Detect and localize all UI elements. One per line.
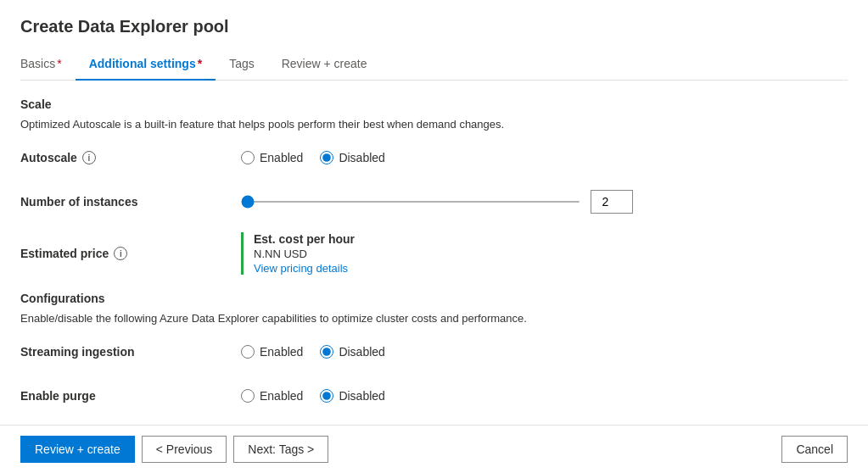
streaming-enabled-label: Enabled xyxy=(260,345,303,359)
configurations-section-title: Configurations xyxy=(20,292,848,305)
purge-enabled-label: Enabled xyxy=(260,389,303,403)
purge-enabled-radio[interactable] xyxy=(241,389,255,403)
autoscale-enabled-radio[interactable] xyxy=(241,151,255,164)
streaming-ingestion-radio-group: Enabled Disabled xyxy=(241,345,385,359)
enable-purge-radio-group: Enabled Disabled xyxy=(241,389,385,403)
price-section: Est. cost per hour N.NN USD View pricing… xyxy=(241,232,355,275)
purge-disabled-radio[interactable] xyxy=(320,389,333,403)
autoscale-info-icon[interactable]: i xyxy=(82,151,96,164)
scale-description: Optimized Autoscale is a built-in featur… xyxy=(20,118,848,131)
autoscale-radio-group: Enabled Disabled xyxy=(241,151,385,164)
est-cost-label: Est. cost per hour xyxy=(254,232,355,246)
autoscale-row: Autoscale i Enabled Disabled xyxy=(20,144,848,171)
instances-slider[interactable] xyxy=(241,201,580,203)
purge-enabled-option[interactable]: Enabled xyxy=(241,389,303,403)
enable-purge-row: Enable purge Enabled Disabled xyxy=(20,382,848,409)
autoscale-label: Autoscale i xyxy=(20,151,241,164)
tab-tags[interactable]: Tags xyxy=(216,50,268,81)
tab-review-create[interactable]: Review + create xyxy=(268,50,381,81)
previous-button[interactable]: < Previous xyxy=(142,436,227,463)
autoscale-disabled-radio[interactable] xyxy=(320,151,333,164)
streaming-disabled-radio[interactable] xyxy=(320,345,333,359)
autoscale-enabled-option[interactable]: Enabled xyxy=(241,151,303,164)
instances-number-input[interactable]: 2 xyxy=(591,190,633,214)
instances-label: Number of instances xyxy=(20,195,241,209)
price-box: Est. cost per hour N.NN USD View pricing… xyxy=(241,232,355,275)
scale-section-title: Scale xyxy=(20,97,848,111)
est-cost-value: N.NN USD xyxy=(254,248,355,260)
footer-left-buttons: Review + create < Previous Next: Tags > xyxy=(20,436,328,463)
tab-basics[interactable]: Basics* xyxy=(20,50,76,81)
streaming-ingestion-label: Streaming ingestion xyxy=(20,345,241,359)
estimated-price-info-icon[interactable]: i xyxy=(114,247,127,260)
streaming-disabled-option[interactable]: Disabled xyxy=(320,345,384,359)
streaming-enabled-radio[interactable] xyxy=(241,345,255,359)
purge-disabled-option[interactable]: Disabled xyxy=(320,389,384,403)
autoscale-enabled-label: Enabled xyxy=(260,151,303,164)
footer: Review + create < Previous Next: Tags > … xyxy=(0,425,868,473)
tabs-nav: Basics* Additional settings* Tags Review… xyxy=(20,50,848,81)
next-button[interactable]: Next: Tags > xyxy=(233,436,328,463)
streaming-ingestion-row: Streaming ingestion Enabled Disabled xyxy=(20,338,848,365)
autoscale-disabled-label: Disabled xyxy=(339,151,384,164)
streaming-disabled-label: Disabled xyxy=(339,345,384,359)
review-create-button[interactable]: Review + create xyxy=(20,436,135,463)
estimated-price-label: Estimated price i xyxy=(20,247,241,260)
enable-purge-label: Enable purge xyxy=(20,389,241,403)
purge-disabled-label: Disabled xyxy=(339,389,384,403)
instances-row: Number of instances 2 xyxy=(20,188,848,215)
main-content: Scale Optimized Autoscale is a built-in … xyxy=(20,97,848,425)
cancel-button[interactable]: Cancel xyxy=(781,436,848,463)
page-title: Create Data Explorer pool xyxy=(20,17,848,36)
streaming-enabled-option[interactable]: Enabled xyxy=(241,345,303,359)
view-pricing-link[interactable]: View pricing details xyxy=(254,262,355,275)
tab-additional-settings[interactable]: Additional settings* xyxy=(76,50,216,81)
autoscale-disabled-option[interactable]: Disabled xyxy=(320,151,384,164)
configurations-description: Enable/disable the following Azure Data … xyxy=(20,312,848,325)
instances-slider-container: 2 xyxy=(241,190,848,214)
estimated-price-row: Estimated price i Est. cost per hour N.N… xyxy=(20,232,848,275)
